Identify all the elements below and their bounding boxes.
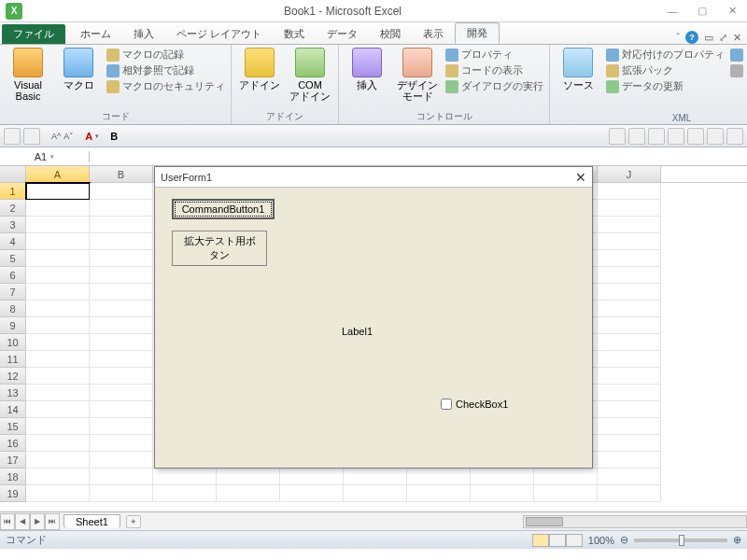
worksheet-area[interactable]: A B C D E F G H I J 12345678910111213141… [0, 166, 747, 511]
cell-B17[interactable] [90, 452, 153, 469]
qb-r7[interactable] [726, 128, 743, 145]
qb-grid[interactable] [23, 128, 40, 145]
userform-titlebar[interactable]: UserForm1 ✕ [155, 167, 592, 188]
cell-A18[interactable] [26, 469, 90, 485]
rowhead-2[interactable]: 2 [0, 200, 26, 217]
cell-A17[interactable] [26, 452, 90, 469]
col-B[interactable]: B [90, 166, 153, 182]
cell-J10[interactable] [598, 334, 661, 351]
macro-security-button[interactable]: マクロのセキュリティ [106, 79, 225, 93]
cell-G18[interactable] [407, 469, 471, 485]
cell-A6[interactable] [26, 267, 90, 284]
rowhead-1[interactable]: 1 [0, 183, 26, 200]
rowhead-14[interactable]: 14 [0, 401, 26, 418]
cell-H18[interactable] [471, 469, 534, 485]
tab-home[interactable]: ホーム [69, 24, 122, 44]
com-addins-button[interactable]: COM アドイン [288, 48, 332, 102]
rowhead-16[interactable]: 16 [0, 435, 26, 452]
sheet-add-button[interactable]: ✦ [126, 515, 141, 528]
cell-B9[interactable] [90, 317, 153, 334]
cell-A5[interactable] [26, 250, 90, 267]
qb-r6[interactable] [707, 128, 724, 145]
cell-A16[interactable] [26, 435, 90, 452]
expansion-pack-button[interactable]: 拡張パック [606, 63, 725, 77]
cell-A14[interactable] [26, 401, 90, 418]
help-icon[interactable]: ? [685, 31, 698, 44]
cell-J1[interactable] [598, 183, 661, 200]
cell-B19[interactable] [90, 485, 153, 502]
checkbox1[interactable]: CheckBox1 [441, 399, 508, 410]
checkbox1-input[interactable] [441, 399, 452, 410]
tab-file[interactable]: ファイル [2, 24, 65, 44]
cell-B3[interactable] [90, 217, 153, 233]
rowhead-12[interactable]: 12 [0, 368, 26, 385]
cell-F18[interactable] [344, 469, 407, 485]
rowhead-19[interactable]: 19 [0, 485, 26, 502]
qb-r1[interactable] [609, 128, 626, 145]
name-box[interactable]: A1 [0, 151, 90, 162]
app-close-icon[interactable]: ✕ [733, 32, 741, 44]
cell-I18[interactable] [534, 469, 598, 485]
cell-C19[interactable] [153, 485, 217, 502]
maximize-button[interactable]: ▢ [687, 0, 717, 22]
rowhead-5[interactable]: 5 [0, 250, 26, 267]
cell-A9[interactable] [26, 317, 90, 334]
tab-pagelayout[interactable]: ページ レイアウト [165, 24, 273, 44]
properties-button[interactable]: プロパティ [445, 48, 543, 62]
cell-B12[interactable] [90, 368, 153, 385]
cell-B5[interactable] [90, 250, 153, 267]
close-button[interactable]: ✕ [717, 0, 747, 22]
tab-developer[interactable]: 開発 [455, 22, 500, 44]
cell-J11[interactable] [598, 351, 661, 368]
rowhead-7[interactable]: 7 [0, 284, 26, 301]
view-pagebreak[interactable] [566, 534, 583, 547]
qb-r3[interactable] [648, 128, 665, 145]
cell-B18[interactable] [90, 469, 153, 485]
cell-A7[interactable] [26, 284, 90, 301]
cell-A13[interactable] [26, 385, 90, 401]
zoom-test-button[interactable]: 拡大テスト用ボタン [172, 231, 267, 266]
macros-button[interactable]: マクロ [56, 48, 101, 91]
cell-A15[interactable] [26, 418, 90, 435]
rowhead-17[interactable]: 17 [0, 452, 26, 469]
qb-r4[interactable] [668, 128, 684, 145]
sheet-nav-prev[interactable]: ◀ [15, 513, 30, 530]
rowhead-3[interactable]: 3 [0, 217, 26, 233]
tab-insert[interactable]: 挿入 [122, 24, 165, 44]
zoom-level[interactable]: 100% [588, 535, 614, 546]
cell-B2[interactable] [90, 200, 153, 217]
zoom-out-button[interactable]: ⊖ [620, 534, 628, 546]
cell-B1[interactable] [90, 183, 153, 200]
cell-D19[interactable] [217, 485, 280, 502]
rowhead-6[interactable]: 6 [0, 267, 26, 284]
sheet-tab-1[interactable]: Sheet1 [63, 514, 120, 528]
cell-I19[interactable] [534, 485, 598, 502]
rowhead-15[interactable]: 15 [0, 418, 26, 435]
cell-A12[interactable] [26, 368, 90, 385]
cell-B4[interactable] [90, 233, 153, 250]
qb-new[interactable] [4, 128, 21, 145]
cell-J8[interactable] [598, 301, 661, 317]
cell-J3[interactable] [598, 217, 661, 233]
map-props-button[interactable]: 対応付けのプロパティ [606, 48, 725, 62]
cell-A19[interactable] [26, 485, 90, 502]
userform-window[interactable]: UserForm1 ✕ CommandButton1 拡大テスト用ボタン Lab… [154, 166, 593, 469]
refresh-data-button[interactable]: データの更新 [606, 79, 725, 93]
zoom-slider[interactable] [634, 539, 727, 542]
cell-E19[interactable] [280, 485, 344, 502]
sheet-nav-next[interactable]: ▶ [30, 513, 45, 530]
cell-J15[interactable] [598, 418, 661, 435]
cell-H19[interactable] [471, 485, 534, 502]
rowhead-10[interactable]: 10 [0, 334, 26, 351]
qb-r2[interactable] [628, 128, 645, 145]
horizontal-scrollbar[interactable] [523, 515, 747, 528]
hscroll-thumb[interactable] [526, 517, 563, 526]
design-mode-button[interactable]: デザイン モード [395, 48, 440, 102]
sheet-nav-last[interactable]: ⏭ [45, 513, 60, 530]
tab-view[interactable]: 表示 [412, 24, 455, 44]
cell-B8[interactable] [90, 301, 153, 317]
cell-A8[interactable] [26, 301, 90, 317]
qb-r5[interactable] [687, 128, 704, 145]
cell-J7[interactable] [598, 284, 661, 301]
rowhead-4[interactable]: 4 [0, 233, 26, 250]
